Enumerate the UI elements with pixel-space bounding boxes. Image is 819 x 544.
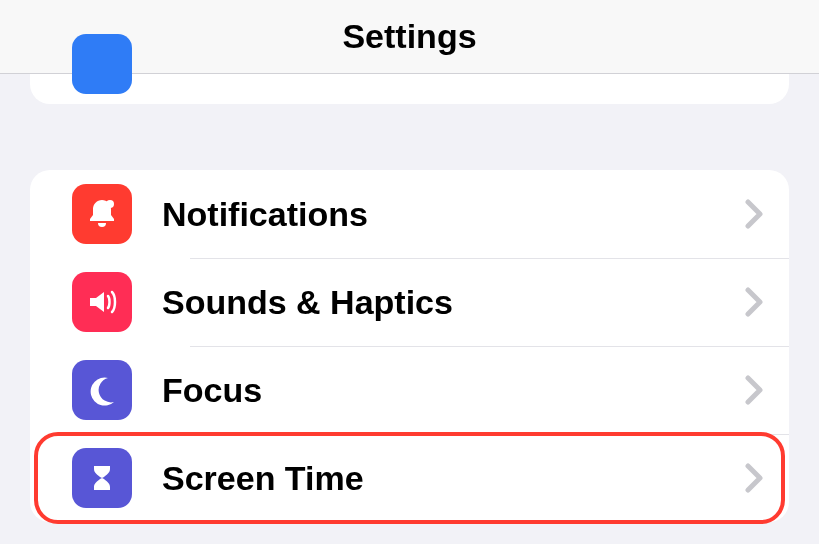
accessibility-icon — [72, 34, 132, 94]
row-sounds-haptics[interactable]: Sounds & Haptics — [30, 258, 789, 346]
row-label: Notifications — [162, 195, 745, 234]
row-label: Sounds & Haptics — [162, 283, 745, 322]
chevron-right-icon — [745, 375, 763, 405]
row-focus[interactable]: Focus — [30, 346, 789, 434]
row-notifications[interactable]: Notifications — [30, 170, 789, 258]
settings-group: Notifications Sounds & Haptics — [30, 170, 789, 522]
page-title: Settings — [342, 17, 476, 56]
moon-icon — [72, 360, 132, 420]
chevron-right-icon — [745, 199, 763, 229]
bell-icon — [72, 184, 132, 244]
row-screen-time[interactable]: Screen Time — [30, 434, 789, 522]
svg-point-0 — [106, 200, 114, 208]
row-label: Focus — [162, 371, 745, 410]
content-area: Notifications Sounds & Haptics — [0, 74, 819, 522]
hourglass-icon — [72, 448, 132, 508]
speaker-icon — [72, 272, 132, 332]
chevron-right-icon — [745, 463, 763, 493]
previous-group-bottom — [30, 74, 789, 104]
row-label: Screen Time — [162, 459, 745, 498]
chevron-right-icon — [745, 287, 763, 317]
